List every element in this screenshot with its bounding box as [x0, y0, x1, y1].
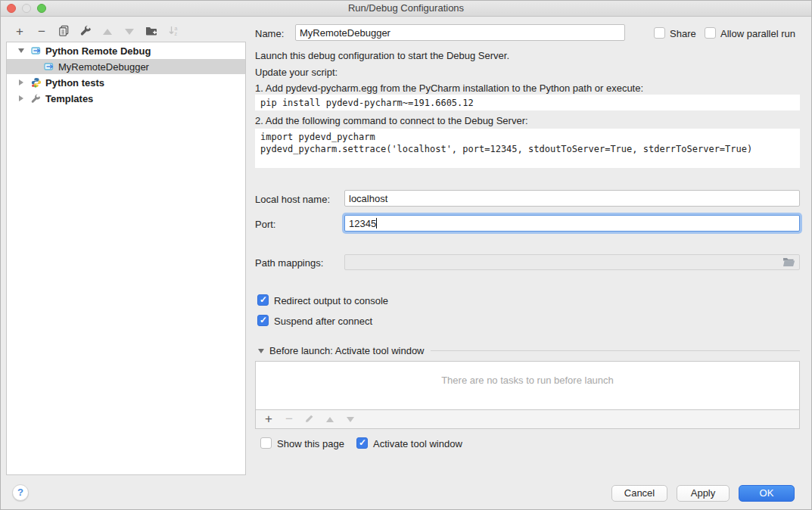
redirect-output-label: Redirect output to console [274, 295, 388, 306]
tree-item-python-tests[interactable]: Python tests [7, 75, 245, 90]
ok-button[interactable]: OK [739, 485, 795, 502]
pip-install-code-block: pip install pydevd-pycharm~=191.6605.12 [255, 95, 800, 110]
move-task-up-button [324, 413, 336, 425]
help-button[interactable]: ? [12, 484, 29, 501]
expand-arrow-icon[interactable] [17, 79, 25, 86]
code-line: import pydevd_pycharm [260, 131, 795, 143]
sort-alphabetically-icon: az [168, 25, 179, 39]
add-configuration-button[interactable]: + [14, 26, 26, 38]
help-icon: ? [17, 487, 23, 498]
new-folder-button[interactable] [145, 26, 157, 38]
remote-debug-icon [30, 45, 42, 56]
move-down-button [123, 26, 135, 38]
arrow-down-icon [347, 417, 354, 422]
edit-task-button [303, 413, 316, 425]
instructions-line-1: Launch this debug configuration to start… [255, 50, 509, 61]
code-line: pydevd_pycharm.settrace('localhost', por… [260, 143, 795, 155]
local-host-name-label: Local host name: [255, 194, 330, 205]
window-title: Run/Debug Configurations [0, 2, 812, 14]
instructions-line-2: Update your script: [255, 67, 338, 78]
plus-icon: + [16, 26, 23, 38]
remove-configuration-button[interactable]: − [36, 26, 48, 38]
tree-item-templates[interactable]: Templates [7, 91, 245, 106]
sort-configurations-button: az [167, 26, 179, 38]
show-this-page-label: Show this page [277, 438, 344, 449]
suspend-after-connect-label: Suspend after connect [274, 316, 372, 327]
redirect-output-checkbox[interactable] [257, 294, 269, 306]
browse-folder-icon[interactable] [782, 257, 795, 269]
move-task-down-button [344, 413, 356, 425]
plus-icon: + [265, 413, 272, 425]
configurations-tree: Python Remote Debug MyRemoteDebugger Pyt… [6, 42, 246, 475]
new-folder-icon [145, 26, 157, 39]
titlebar: Run/Debug Configurations [0, 0, 812, 17]
name-input[interactable] [295, 24, 625, 41]
tree-item-label: MyRemoteDebugger [58, 61, 149, 73]
activate-tool-window-checkbox[interactable] [356, 437, 368, 449]
before-launch-toolbar: + − [255, 410, 800, 429]
tree-item-myremotedebugger[interactable]: MyRemoteDebugger [7, 59, 245, 74]
copy-configuration-button[interactable] [58, 26, 70, 38]
tree-item-label: Python tests [45, 77, 104, 89]
activate-tool-window-label: Activate tool window [373, 438, 462, 449]
tree-item-label: Python Remote Debug [45, 45, 151, 57]
arrow-up-icon [326, 417, 334, 422]
remove-task-button: − [283, 413, 295, 425]
svg-text:a: a [174, 26, 177, 31]
remote-debug-icon [43, 61, 54, 72]
svg-text:z: z [174, 31, 177, 36]
arrow-down-icon [125, 29, 134, 35]
text-cursor [376, 218, 377, 229]
configurations-toolbar: + − az [14, 24, 179, 39]
path-mappings-field[interactable] [344, 254, 800, 270]
edit-templates-button[interactable] [79, 26, 92, 38]
share-checkbox[interactable] [654, 27, 665, 39]
suspend-after-connect-checkbox[interactable] [257, 315, 269, 326]
add-task-button[interactable]: + [263, 413, 275, 425]
expand-arrow-icon[interactable] [17, 95, 25, 101]
python-icon [30, 77, 42, 88]
pencil-icon [304, 413, 315, 426]
cancel-button[interactable]: Cancel [611, 485, 667, 502]
wrench-icon [30, 93, 42, 104]
move-up-button [101, 26, 114, 38]
share-label: Share [670, 28, 696, 39]
port-input[interactable] [344, 215, 800, 232]
show-this-page-checkbox[interactable] [260, 437, 272, 449]
tree-item-python-remote-debug[interactable]: Python Remote Debug [7, 43, 245, 58]
empty-tasks-message: There are no tasks to run before launch [255, 375, 800, 386]
path-mappings-label: Path mappings: [255, 257, 323, 269]
copy-icon [58, 25, 70, 39]
minus-icon: − [285, 413, 293, 425]
before-launch-title: Before launch: Activate tool window [269, 345, 425, 356]
section-divider [431, 350, 800, 351]
tree-item-label: Templates [45, 93, 93, 104]
name-label: Name: [255, 28, 284, 39]
allow-parallel-run-checkbox[interactable] [705, 27, 716, 39]
settrace-code-block: import pydevd_pycharm pydevd_pycharm.set… [255, 129, 800, 168]
collapse-arrow-icon[interactable] [258, 349, 264, 353]
apply-button[interactable]: Apply [677, 485, 730, 502]
instructions-step-1: 1. Add pydevd-pycharm.egg from the PyCha… [255, 82, 643, 94]
minus-icon: − [38, 26, 45, 38]
local-host-name-input[interactable] [344, 190, 800, 207]
collapse-arrow-icon[interactable] [17, 48, 25, 53]
port-label: Port: [255, 219, 275, 230]
wrench-icon [80, 25, 92, 39]
allow-parallel-run-label: Allow parallel run [720, 28, 795, 39]
instructions-step-2: 2. Add the following command to connect … [255, 115, 528, 126]
arrow-up-icon [103, 29, 112, 35]
